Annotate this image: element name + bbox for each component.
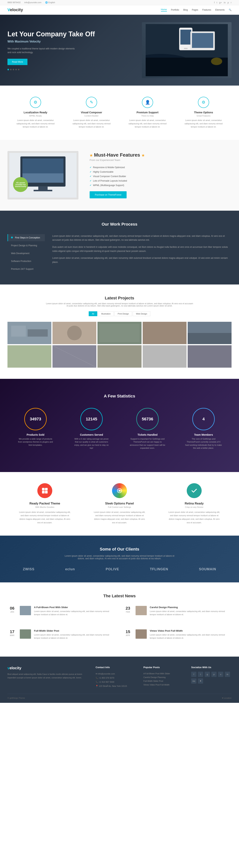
stat-tickets-label: Tickets Handled — [129, 433, 166, 436]
project-grid — [7, 322, 232, 368]
footer-social-linkedin[interactable]: in — [225, 672, 230, 677]
social-google[interactable]: g+ — [219, 1, 222, 4]
project-item-1[interactable] — [7, 322, 51, 344]
news-thumb-2 — [136, 606, 147, 615]
project-item-6[interactable] — [7, 345, 51, 368]
hero-dot-1[interactable] — [7, 69, 9, 70]
news-text-2: Lorem ipsum dolor sit amet, consectetur … — [150, 610, 232, 616]
process-step-3[interactable]: Web Development — [7, 250, 45, 257]
social-pinterest[interactable]: p — [228, 1, 229, 4]
process-step-1[interactable]: First Steps in Conception — [7, 234, 45, 241]
site-logo[interactable]: VVelocity — [7, 7, 23, 12]
stats-grid: 34973 Products Sold We provide a wide ra… — [7, 408, 232, 450]
footer-contact-info: ✉ info@yoursite.com 📞 +1 855 576 5070 📞 … — [96, 672, 136, 688]
project-item-3[interactable] — [98, 322, 141, 344]
news-title-2[interactable]: Careful Design Planning — [150, 606, 232, 609]
process-step-4[interactable]: Software Production — [7, 258, 45, 265]
svg-rect-29 — [98, 345, 141, 367]
footer-social-twitter[interactable]: t — [198, 672, 203, 677]
nav-features[interactable]: Features — [203, 8, 211, 11]
retina-ready-subtitle: Crisp on any Device — [168, 506, 220, 508]
must-have-subtitle: From our Experienced Team — [90, 159, 232, 161]
news-title-3[interactable]: Full-Width Slider Post — [34, 629, 116, 632]
footer-post-4[interactable]: Vimeo Video Post Full-Width — [143, 683, 184, 687]
clients-description: Lorem ipsum dolor sit amet, consectetur … — [63, 555, 176, 560]
clients-section: Some of Our Clients Lorem ipsum dolor si… — [0, 536, 239, 582]
latest-projects-title: Latest Projects — [7, 296, 232, 301]
news-item-3: 17 Mar Full-Width Slider Post Lorem ipsu… — [7, 629, 116, 640]
must-have-section: All Layouts Included Get Started Easily … — [0, 140, 239, 211]
news-title-4[interactable]: Vimeo Video Post Full-Width — [150, 629, 232, 632]
footer-social-rss[interactable]: rss — [191, 678, 196, 684]
svg-rect-35 — [45, 491, 48, 493]
top-bar-right: f t g+ in p r — [214, 1, 232, 4]
footer-email: ✉ info@yoursite.com — [96, 672, 136, 676]
stat-team-circle: 4 — [192, 408, 215, 430]
nav-blog[interactable]: Blog — [183, 8, 188, 11]
feature-premium-support-text: Lorem ipsum dolor sit amet, consectetur … — [127, 119, 168, 129]
hero-dot-5[interactable] — [18, 69, 20, 70]
search-icon[interactable]: 🔍 — [229, 8, 232, 11]
nav-pages[interactable]: Pages — [192, 8, 198, 11]
news-thumb-4 — [136, 629, 147, 639]
social-rss[interactable]: r — [231, 1, 232, 4]
work-process-title: Our Work Process — [7, 222, 232, 227]
nav-elements[interactable]: Elements — [215, 8, 224, 11]
footer-phone1: 📞 +1 855 576 5070 — [96, 676, 136, 680]
feature-item-4: Lots of Premade Layouts Included — [90, 179, 232, 183]
project-item-7[interactable] — [52, 345, 96, 368]
feature-localization: ⚙ Localization Ready WPML Ready Lorem ip… — [15, 97, 56, 129]
process-step-2[interactable]: Project Design & Planning — [7, 242, 45, 249]
footer-social-vimeo[interactable]: v — [218, 672, 223, 677]
filter-illustration[interactable]: Illustration — [98, 311, 114, 316]
footer-post-1[interactable]: A Full-Blown Post With Slider — [143, 672, 184, 675]
stat-team-label: Team Members — [185, 433, 222, 436]
project-item-4[interactable] — [143, 322, 187, 344]
language-selector[interactable]: 🌐 English — [45, 1, 55, 4]
hero-dot-2[interactable] — [10, 69, 11, 70]
project-item-10[interactable] — [188, 345, 232, 368]
nav-portfolio[interactable]: Portfolio — [171, 8, 179, 11]
feature-theme-options-subtitle: Great Features — [183, 115, 224, 117]
hero-dot-4[interactable] — [15, 69, 17, 70]
footer-social-facebook[interactable]: f — [191, 672, 196, 677]
news-date-1: 06 Jan — [7, 606, 17, 616]
feature-item-2: Highly Customizable — [90, 169, 232, 174]
process-step-5[interactable]: Premium 24/7 Support — [7, 266, 45, 273]
social-twitter[interactable]: t — [217, 1, 217, 4]
features-section: ⚙ Localization Ready WPML Ready Lorem ip… — [0, 86, 239, 140]
nav-home[interactable]: Home — [161, 8, 167, 11]
svg-rect-32 — [42, 488, 45, 491]
project-item-2[interactable] — [52, 322, 96, 344]
project-item-8[interactable] — [98, 345, 141, 368]
process-paragraph-1: Lorem ipsum dolor sit amet, consectetur … — [52, 234, 232, 242]
feature-localization-title: Localization Ready — [15, 111, 56, 114]
social-facebook[interactable]: f — [214, 1, 215, 4]
hero-section: Let Your Company Take Off With Maximum V… — [0, 15, 239, 86]
news-title-1[interactable]: A Full-Blown Post With Slider — [34, 606, 116, 609]
filter-web-design[interactable]: Web Design — [133, 311, 150, 316]
hero-dot-3[interactable] — [13, 69, 14, 70]
top-bar-left: 0800 9876432 info@yoursite.com 🌐 English — [7, 1, 55, 4]
footer-post-2[interactable]: Careful Design Planning — [143, 675, 184, 679]
svg-rect-25 — [188, 333, 232, 344]
email-address: info@yoursite.com — [24, 1, 41, 4]
process-paragraph-3: Lorem ipsum dolor sit amet, consectetuer… — [52, 256, 232, 264]
filter-all[interactable]: All — [89, 311, 97, 316]
stat-tickets: 56736 Tickets Handled Support is importa… — [129, 408, 166, 450]
options-panel-text: Lorem ipsum dolor sit amet, consectetur … — [94, 510, 145, 524]
footer-social-star[interactable]: ★ — [198, 678, 203, 684]
star-right: ★ — [141, 154, 144, 157]
footer-social-google[interactable]: g — [205, 672, 210, 677]
purchase-button[interactable]: Purchase on ThemeForest — [90, 191, 127, 198]
hero-button[interactable]: Read More — [7, 59, 27, 65]
social-linkedin[interactable]: in — [224, 1, 225, 4]
footer-post-3[interactable]: Full-Width Slider Post — [143, 679, 184, 683]
news-date-3: 17 Mar — [7, 629, 17, 640]
project-item-9[interactable] — [143, 345, 187, 368]
filter-print-design[interactable]: Print Design — [114, 311, 132, 316]
project-item-5[interactable] — [188, 322, 232, 344]
footer-logo[interactable]: velocity — [7, 666, 88, 670]
must-have-content: ★ Must-Have Features ★ From our Experien… — [90, 152, 232, 198]
footer-social-pinterest[interactable]: p — [211, 672, 217, 677]
